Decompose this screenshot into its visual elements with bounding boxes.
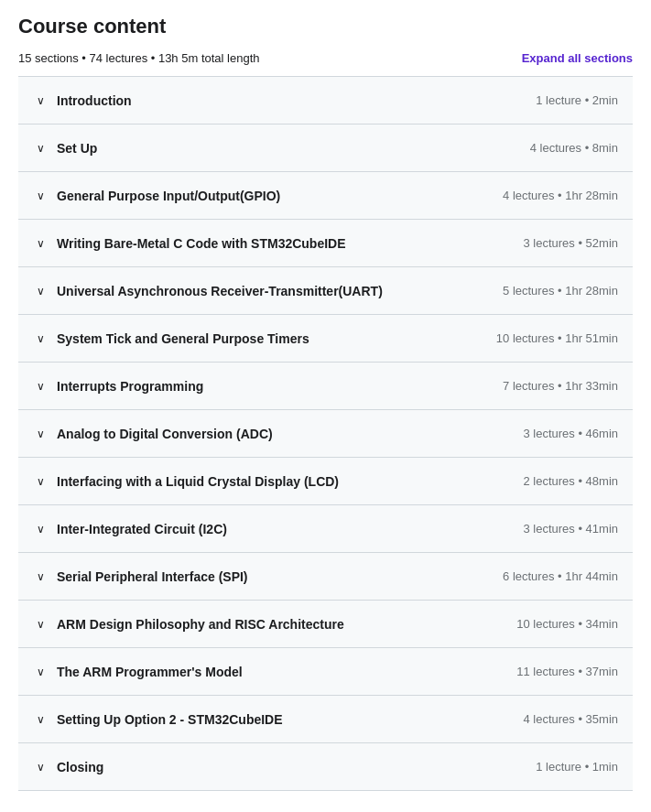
section-left: ∨Set Up <box>33 141 530 156</box>
section-row[interactable]: ∨System Tick and General Purpose Timers1… <box>18 315 633 363</box>
section-left: ∨Analog to Digital Conversion (ADC) <box>33 427 523 441</box>
section-title: The ARM Programmer's Model <box>57 665 243 679</box>
section-meta: 4 lectures • 35min <box>523 712 618 726</box>
section-row[interactable]: ∨Universal Asynchronous Receiver-Transmi… <box>18 267 633 315</box>
section-row[interactable]: ∨Introduction1 lecture • 2min <box>18 77 633 125</box>
section-left: ∨The ARM Programmer's Model <box>33 665 516 679</box>
section-title: Interfacing with a Liquid Crystal Displa… <box>57 474 339 489</box>
section-title: Interrupts Programming <box>57 379 203 394</box>
section-left: ∨Inter-Integrated Circuit (I2C) <box>33 522 523 536</box>
section-left: ∨Interrupts Programming <box>33 379 503 394</box>
chevron-down-icon: ∨ <box>33 666 48 678</box>
section-left: ∨Universal Asynchronous Receiver-Transmi… <box>33 284 503 298</box>
expand-all-button[interactable]: Expand all sections <box>522 51 633 65</box>
section-left: ∨ARM Design Philosophy and RISC Architec… <box>33 617 516 632</box>
section-row[interactable]: ∨Setting Up Option 2 - STM32CubeIDE4 lec… <box>18 696 633 743</box>
section-title: General Purpose Input/Output(GPIO) <box>57 189 280 203</box>
chevron-down-icon: ∨ <box>33 618 48 631</box>
section-title: Writing Bare-Metal C Code with STM32Cube… <box>57 236 346 251</box>
course-summary: 15 sections • 74 lectures • 13h 5m total… <box>18 51 259 65</box>
chevron-down-icon: ∨ <box>33 332 48 345</box>
section-row[interactable]: ∨Writing Bare-Metal C Code with STM32Cub… <box>18 220 633 267</box>
section-meta: 1 lecture • 1min <box>536 760 618 774</box>
chevron-down-icon: ∨ <box>33 237 48 250</box>
section-title: Analog to Digital Conversion (ADC) <box>57 427 273 441</box>
section-row[interactable]: ∨Interrupts Programming7 lectures • 1hr … <box>18 363 633 410</box>
section-meta: 10 lectures • 34min <box>516 617 618 631</box>
section-meta: 3 lectures • 41min <box>523 522 618 536</box>
section-meta: 5 lectures • 1hr 28min <box>503 284 618 298</box>
section-left: ∨Setting Up Option 2 - STM32CubeIDE <box>33 712 523 727</box>
section-meta: 4 lectures • 8min <box>530 141 618 155</box>
section-title: Closing <box>57 760 103 774</box>
chevron-down-icon: ∨ <box>33 428 48 440</box>
section-left: ∨Introduction <box>33 93 536 108</box>
section-row[interactable]: ∨ARM Design Philosophy and RISC Architec… <box>18 601 633 648</box>
chevron-down-icon: ∨ <box>33 142 48 155</box>
chevron-down-icon: ∨ <box>33 570 48 583</box>
section-meta: 3 lectures • 52min <box>523 236 618 250</box>
sections-list: ∨Introduction1 lecture • 2min∨Set Up4 le… <box>18 76 633 791</box>
section-meta: 10 lectures • 1hr 51min <box>496 331 618 345</box>
section-left: ∨Writing Bare-Metal C Code with STM32Cub… <box>33 236 523 251</box>
section-row[interactable]: ∨Serial Peripheral Interface (SPI)6 lect… <box>18 553 633 601</box>
section-row[interactable]: ∨General Purpose Input/Output(GPIO)4 lec… <box>18 172 633 220</box>
chevron-down-icon: ∨ <box>33 713 48 726</box>
course-content-page: Course content 15 sections • 74 lectures… <box>0 0 651 806</box>
chevron-down-icon: ∨ <box>33 475 48 488</box>
section-meta: 3 lectures • 46min <box>523 427 618 440</box>
section-title: System Tick and General Purpose Timers <box>57 331 309 346</box>
section-title: Set Up <box>57 141 97 156</box>
section-left: ∨Interfacing with a Liquid Crystal Displ… <box>33 474 523 489</box>
section-row[interactable]: ∨Inter-Integrated Circuit (I2C)3 lecture… <box>18 505 633 553</box>
chevron-down-icon: ∨ <box>33 94 48 107</box>
section-meta: 2 lectures • 48min <box>523 474 618 488</box>
section-row[interactable]: ∨The ARM Programmer's Model11 lectures •… <box>18 648 633 696</box>
section-title: Introduction <box>57 93 132 108</box>
summary-row: 15 sections • 74 lectures • 13h 5m total… <box>18 51 633 65</box>
section-meta: 7 lectures • 1hr 33min <box>503 379 618 393</box>
section-title: Universal Asynchronous Receiver-Transmit… <box>57 284 383 298</box>
section-left: ∨General Purpose Input/Output(GPIO) <box>33 189 503 203</box>
chevron-down-icon: ∨ <box>33 761 48 774</box>
section-row[interactable]: ∨Interfacing with a Liquid Crystal Displ… <box>18 458 633 505</box>
section-left: ∨Closing <box>33 760 536 774</box>
section-meta: 1 lecture • 2min <box>536 93 618 107</box>
section-left: ∨Serial Peripheral Interface (SPI) <box>33 569 503 584</box>
chevron-down-icon: ∨ <box>33 285 48 298</box>
section-row[interactable]: ∨Closing1 lecture • 1min <box>18 743 633 791</box>
chevron-down-icon: ∨ <box>33 523 48 536</box>
section-left: ∨System Tick and General Purpose Timers <box>33 331 496 346</box>
chevron-down-icon: ∨ <box>33 189 48 202</box>
section-title: Inter-Integrated Circuit (I2C) <box>57 522 227 536</box>
section-meta: 11 lectures • 37min <box>516 665 618 678</box>
chevron-down-icon: ∨ <box>33 380 48 393</box>
section-title: ARM Design Philosophy and RISC Architect… <box>57 617 344 632</box>
section-row[interactable]: ∨Set Up4 lectures • 8min <box>18 125 633 172</box>
page-title: Course content <box>18 15 633 38</box>
section-title: Serial Peripheral Interface (SPI) <box>57 569 248 584</box>
section-meta: 4 lectures • 1hr 28min <box>503 189 618 202</box>
section-meta: 6 lectures • 1hr 44min <box>503 569 618 583</box>
section-title: Setting Up Option 2 - STM32CubeIDE <box>57 712 283 727</box>
section-row[interactable]: ∨Analog to Digital Conversion (ADC)3 lec… <box>18 410 633 458</box>
